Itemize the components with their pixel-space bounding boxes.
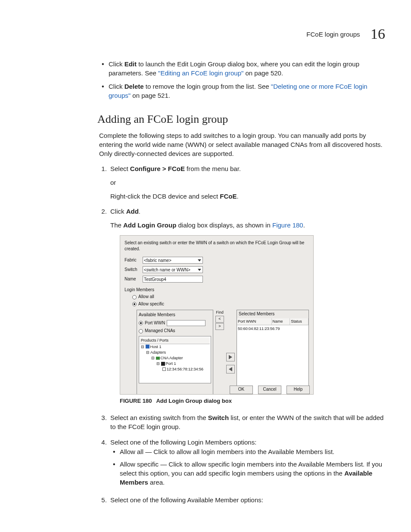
port-wwn-radio[interactable]: [139, 321, 143, 325]
bullet-delete: Click Delete to remove the login group f…: [99, 82, 385, 100]
available-members-panel: Available Members Port WWN Managed CNAs: [137, 310, 213, 395]
allow-all-radio[interactable]: [132, 295, 137, 299]
allow-all-label: Allow all: [138, 294, 154, 300]
allow-specific-label: Allow specific: [138, 301, 164, 308]
steps-list: Select Configure > FCoE from the menu ba…: [99, 164, 385, 505]
login-members-label: Login Members: [125, 287, 311, 293]
step-1-or: or: [110, 178, 385, 187]
step-1-alt: Right-click the DCB device and select FC…: [110, 192, 385, 201]
header-title: FCoE login groups: [306, 31, 360, 38]
left-arrow-icon: [229, 367, 232, 371]
svg-marker-0: [229, 355, 232, 359]
tree-header: Products / Ports: [140, 337, 210, 344]
step-4: Select one of the following Login Member…: [109, 438, 385, 487]
figure-caption: FIGURE 180Add Login Group dialog box: [120, 397, 385, 405]
cancel-button[interactable]: Cancel: [258, 386, 281, 394]
right-arrow-icon: [229, 355, 232, 359]
switch-label: Switch: [125, 267, 143, 273]
step-1: Select Configure > FCoE from the menu ba…: [109, 164, 385, 201]
port-icon: [161, 362, 165, 366]
ok-button[interactable]: OK: [230, 386, 253, 394]
allow-all-radio-row[interactable]: Allow all: [132, 294, 311, 300]
step-2-sub: The Add Login Group dialog box displays,…: [110, 221, 385, 230]
step-2: Click Add. The Add Login Group dialog bo…: [109, 207, 385, 405]
dialog-instruction: Select an existing switch or enter the W…: [125, 240, 311, 252]
selected-members-header: Port WWN Name Status: [237, 318, 308, 325]
port-wwn-input[interactable]: [167, 320, 206, 326]
help-button[interactable]: Help: [286, 386, 310, 394]
add-login-group-dialog: Select an existing switch or enter the W…: [120, 235, 314, 395]
step-5: Select one of the following Available Me…: [109, 495, 385, 505]
find-prev-button[interactable]: <: [215, 316, 224, 323]
step-3: Select an existing switch from the Switc…: [109, 413, 385, 432]
find-next-button[interactable]: >: [215, 323, 224, 330]
selected-member-row[interactable]: 50:60:04:82:11:23:56:79: [238, 326, 308, 332]
intro-paragraph: Complete the following steps to add swit…: [99, 131, 385, 158]
port-wwn-label: Port WWN: [145, 320, 165, 327]
section-heading: Adding an FCoE login group: [97, 113, 385, 126]
step-4-allow-specific: Allow specific — Click to allow specific…: [110, 460, 385, 487]
svg-marker-1: [229, 367, 232, 371]
cna-icon: [156, 357, 160, 360]
page-header: FCoE login groups 16: [26, 26, 385, 42]
products-ports-tree[interactable]: Products / Ports ⊟ Host 1 ⊟ Adapters ⊟ C…: [139, 336, 211, 383]
find-label: Find: [216, 310, 224, 315]
leaf-icon: [162, 367, 166, 371]
chapter-number: 16: [371, 26, 385, 42]
add-member-button[interactable]: [226, 353, 235, 361]
intro-bullet-list: Click Edit to launch the Edit Login Grou…: [99, 59, 385, 100]
switch-combo[interactable]: <switch name or WWN>: [143, 266, 203, 273]
fabric-label: Fabric: [125, 257, 143, 264]
managed-cnas-radio[interactable]: [139, 329, 143, 333]
host-icon: [146, 345, 149, 348]
allow-specific-radio-row[interactable]: Allow specific: [132, 301, 311, 308]
link-figure-180[interactable]: Figure 180: [272, 221, 303, 229]
link-edit-login-group[interactable]: "Editing an FCoE login group": [158, 69, 243, 77]
step-4-allow-all: Allow all — Click to allow all login mem…: [110, 447, 385, 456]
find-column: Find < >: [215, 310, 224, 395]
selected-members-label: Selected Members: [237, 310, 308, 318]
name-label: Name: [125, 276, 143, 283]
remove-member-button[interactable]: [226, 365, 235, 373]
selected-members-panel: Selected Members Port WWN Name Status 50…: [237, 310, 309, 395]
name-input[interactable]: TestGroup4: [143, 276, 203, 283]
fabric-combo[interactable]: <fabric name>: [143, 257, 203, 264]
managed-cnas-label: Managed CNAs: [145, 328, 175, 334]
available-members-label: Available Members: [139, 312, 211, 318]
allow-specific-radio[interactable]: [132, 302, 137, 306]
bullet-edit: Click Edit to launch the Edit Login Grou…: [99, 59, 385, 78]
selected-members-body[interactable]: 50:60:04:82:11:23:56:79: [237, 325, 308, 395]
